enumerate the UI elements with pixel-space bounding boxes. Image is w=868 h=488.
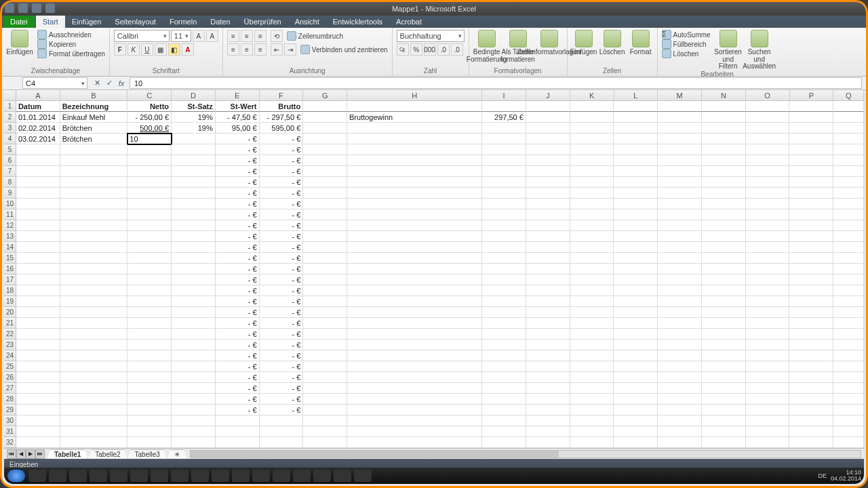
cell-J19[interactable] bbox=[526, 296, 570, 307]
cell-L21[interactable] bbox=[614, 318, 658, 329]
cell-H5[interactable] bbox=[347, 144, 482, 155]
row-header[interactable]: 17 bbox=[4, 274, 16, 285]
cell-I26[interactable] bbox=[482, 372, 526, 383]
row-header[interactable]: 15 bbox=[4, 253, 16, 264]
cell-I23[interactable] bbox=[482, 340, 526, 350]
cell-H24[interactable] bbox=[347, 350, 482, 361]
cell-C5[interactable] bbox=[127, 144, 172, 155]
cell-M29[interactable] bbox=[658, 405, 702, 415]
cell-D30[interactable] bbox=[172, 415, 216, 426]
cell-B2[interactable]: Einkauf Mehl bbox=[60, 112, 128, 123]
cell-F10[interactable]: - € bbox=[260, 199, 304, 209]
cell-K20[interactable] bbox=[570, 307, 614, 318]
cell-O28[interactable] bbox=[746, 394, 790, 405]
cell-Q21[interactable] bbox=[833, 318, 864, 329]
row-header[interactable]: 9 bbox=[4, 188, 16, 199]
cell-G9[interactable] bbox=[303, 188, 347, 199]
cell-N16[interactable] bbox=[702, 264, 746, 274]
cell-F11[interactable]: - € bbox=[260, 209, 304, 220]
cell-K2[interactable] bbox=[570, 112, 614, 123]
cell-B31[interactable] bbox=[60, 426, 128, 437]
sheet-nav-last-icon[interactable]: ⏭ bbox=[35, 449, 45, 459]
row-header[interactable]: 4 bbox=[4, 134, 16, 144]
cell-I20[interactable] bbox=[482, 307, 526, 318]
cell-O7[interactable] bbox=[746, 166, 790, 177]
cell-D7[interactable] bbox=[172, 166, 216, 177]
cell-J1[interactable] bbox=[526, 101, 570, 112]
cell-H19[interactable] bbox=[347, 296, 482, 307]
cell-O26[interactable] bbox=[746, 372, 790, 383]
cell-H11[interactable] bbox=[347, 209, 482, 220]
cell-J14[interactable] bbox=[526, 242, 570, 253]
cell-C26[interactable] bbox=[127, 372, 172, 383]
cell-D31[interactable] bbox=[172, 426, 216, 437]
cell-M18[interactable] bbox=[658, 285, 702, 296]
font-color-button[interactable]: A bbox=[182, 43, 194, 56]
cell-H28[interactable] bbox=[347, 394, 482, 405]
cell-O29[interactable] bbox=[746, 405, 790, 415]
language-indicator[interactable]: DE bbox=[818, 473, 827, 479]
cell-C15[interactable] bbox=[127, 253, 172, 264]
paste-button[interactable]: Einfügen bbox=[6, 30, 33, 56]
cell-J7[interactable] bbox=[526, 166, 570, 177]
column-header-N[interactable]: N bbox=[702, 90, 746, 100]
increase-decimal-icon[interactable]: .0 bbox=[437, 43, 450, 56]
cell-P27[interactable] bbox=[789, 383, 833, 394]
cell-D14[interactable] bbox=[172, 242, 216, 253]
cell-J8[interactable] bbox=[526, 177, 570, 188]
cell-G21[interactable] bbox=[303, 318, 347, 329]
cell-M27[interactable] bbox=[658, 383, 702, 394]
cell-C6[interactable] bbox=[127, 155, 172, 166]
cell-E18[interactable]: - € bbox=[216, 285, 260, 296]
cell-Q1[interactable] bbox=[833, 101, 864, 112]
cell-P1[interactable] bbox=[789, 101, 833, 112]
cell-D22[interactable] bbox=[172, 329, 216, 340]
cell-J2[interactable] bbox=[526, 112, 570, 123]
cell-B10[interactable] bbox=[60, 199, 128, 209]
cell-F24[interactable]: - € bbox=[260, 350, 304, 361]
bold-button[interactable]: F bbox=[114, 43, 126, 56]
cell-N1[interactable] bbox=[702, 101, 746, 112]
cell-M9[interactable] bbox=[658, 188, 702, 199]
cell-B30[interactable] bbox=[60, 415, 128, 426]
cell-L18[interactable] bbox=[614, 285, 658, 296]
column-header-J[interactable]: J bbox=[526, 90, 570, 100]
cell-O8[interactable] bbox=[746, 177, 790, 188]
row-header[interactable]: 24 bbox=[4, 350, 16, 361]
cell-I2[interactable]: 297,50 € bbox=[482, 112, 526, 123]
cell-C1[interactable]: Netto bbox=[127, 101, 172, 112]
row-header[interactable]: 8 bbox=[4, 177, 16, 188]
cell-E21[interactable]: - € bbox=[216, 318, 260, 329]
cell-L12[interactable] bbox=[614, 220, 658, 231]
cell-B21[interactable] bbox=[60, 318, 128, 329]
cell-E19[interactable]: - € bbox=[216, 296, 260, 307]
cell-M24[interactable] bbox=[658, 350, 702, 361]
cell-L15[interactable] bbox=[614, 253, 658, 264]
underline-button[interactable]: U bbox=[141, 43, 153, 56]
cell-C29[interactable] bbox=[127, 405, 172, 415]
cell-G14[interactable] bbox=[303, 242, 347, 253]
cell-I27[interactable] bbox=[482, 383, 526, 394]
cell-D23[interactable] bbox=[172, 340, 216, 350]
cell-I31[interactable] bbox=[482, 426, 526, 437]
cell-B6[interactable] bbox=[60, 155, 128, 166]
row-header[interactable]: 2 bbox=[4, 112, 16, 123]
cell-E11[interactable]: - € bbox=[216, 209, 260, 220]
taskbar-app[interactable] bbox=[28, 470, 46, 482]
cell-H22[interactable] bbox=[347, 329, 482, 340]
cell-A8[interactable] bbox=[16, 177, 60, 188]
cell-K22[interactable] bbox=[570, 329, 614, 340]
cell-E7[interactable]: - € bbox=[216, 166, 260, 177]
cell-N4[interactable] bbox=[702, 134, 746, 144]
cell-Q5[interactable] bbox=[833, 144, 864, 155]
cell-C18[interactable] bbox=[127, 285, 172, 296]
cell-D17[interactable] bbox=[172, 274, 216, 285]
sheet-tab-1[interactable]: Tabelle1 bbox=[47, 449, 88, 459]
cell-H7[interactable] bbox=[347, 166, 482, 177]
row-header[interactable]: 23 bbox=[4, 340, 16, 350]
cell-E23[interactable]: - € bbox=[216, 340, 260, 350]
file-tab[interactable]: Datei bbox=[3, 16, 35, 28]
cell-G31[interactable] bbox=[303, 426, 347, 437]
column-header-O[interactable]: O bbox=[746, 90, 790, 100]
cell-H4[interactable] bbox=[347, 134, 482, 144]
